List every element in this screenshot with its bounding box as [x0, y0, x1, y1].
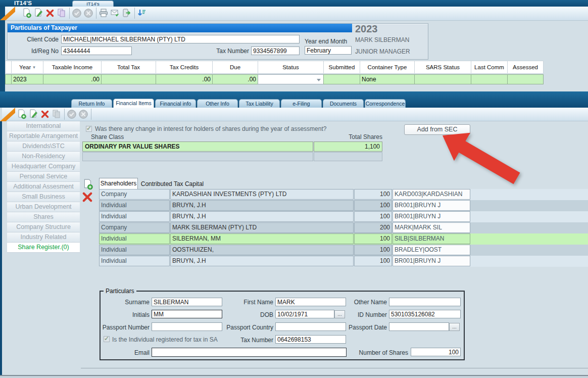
dropdown-chevron-icon[interactable] — [317, 79, 321, 81]
sidebar-item-dividends-stc[interactable]: Dividends\STC — [7, 141, 80, 152]
tab-financial-items[interactable]: Financial Items — [113, 99, 154, 108]
grid-cell-tax-credits[interactable]: .00 — [156, 74, 213, 84]
grid-header-last-comm[interactable]: Last Comm — [471, 61, 508, 74]
edit-record-button[interactable] — [33, 8, 43, 18]
grid-header-due[interactable]: Due — [212, 61, 258, 74]
sidebar-item-headquarter-company[interactable]: Headquarter Company — [7, 162, 80, 172]
inner-tab-contributed-tax-capital[interactable]: Contributed Tax Capital — [139, 179, 205, 189]
sidebar-item-reportable-arrangement[interactable]: Reportable Arrangement — [7, 131, 80, 141]
sidebar-item-industry-related[interactable]: Industry Related — [7, 232, 80, 243]
grid-cell-status-dropdown[interactable] — [258, 74, 324, 84]
number-of-shares-field[interactable] — [411, 348, 461, 356]
add-from-sec-button[interactable]: Add from SEC — [404, 124, 470, 135]
passport-date-field[interactable] — [389, 322, 449, 331]
individual-tax-number-field[interactable] — [275, 335, 346, 344]
tab-e-filing[interactable]: e-Filing — [281, 99, 322, 108]
sidebar-item-share-register[interactable]: Share Register.(0) — [7, 243, 80, 253]
confirm-button[interactable] — [67, 109, 77, 119]
sidebar-item-urban-development[interactable]: Urban Development — [7, 202, 80, 212]
edit-record-button[interactable] — [28, 109, 38, 119]
grid-cell-sars-status[interactable] — [414, 74, 471, 84]
grid-header-assessed[interactable]: Assessed — [507, 61, 544, 74]
shareholder-row[interactable]: Individual BRUYN, J.H 100 BR001|BRUYN J — [99, 200, 588, 211]
passport-date-picker-button[interactable]: ... — [449, 323, 460, 331]
change-question-checkbox[interactable] — [86, 126, 92, 132]
sort-download-button[interactable] — [137, 8, 147, 18]
grid-cell-year[interactable]: 2023 — [11, 74, 43, 84]
sidebar-item-small-business[interactable]: Small Business — [7, 192, 80, 202]
grid-cell-submitted[interactable] — [323, 74, 360, 84]
share-class-empty-row[interactable] — [314, 152, 382, 161]
shareholder-row[interactable]: Individual BRUYN, J.H 100 BR001|BRUYN J — [99, 211, 588, 222]
shareholder-row-selected[interactable]: Individual SILBERMAN, MM 100 SILB|SILBER… — [99, 233, 588, 245]
confirm-button[interactable] — [72, 8, 82, 18]
grid-header-sars-status[interactable]: SARS Status — [414, 61, 471, 74]
grid-header-submitted[interactable]: Submitted — [323, 61, 360, 74]
shareholder-row[interactable]: Company MARK SILBERMAN (PTY) LTD 200 MAR… — [99, 222, 588, 233]
new-record-button[interactable] — [22, 8, 32, 18]
other-name-field[interactable] — [389, 298, 461, 306]
copy-record-button-disabled[interactable] — [52, 109, 62, 119]
copy-record-button[interactable] — [57, 8, 67, 18]
inner-tab-shareholders[interactable]: Shareholders — [99, 178, 138, 189]
passport-number-field[interactable] — [152, 322, 222, 331]
cancel-button[interactable] — [78, 109, 88, 119]
registered-for-tax-checkbox[interactable] — [104, 336, 110, 342]
shareholder-row[interactable]: Company KARDASHIAN INVESTMENTS (PTY) LTD… — [99, 189, 588, 200]
window1-tab-it14s[interactable]: IT14's — [72, 1, 114, 7]
grid-cell-taxable-income[interactable]: .00 — [43, 74, 102, 84]
year-filter-icon[interactable]: ▾ — [33, 61, 35, 74]
grid-header-status[interactable]: Status — [258, 61, 324, 74]
grid-cell-due[interactable]: .00 — [212, 74, 258, 84]
shareholder-row[interactable]: Individual OOSTHUIZEN, 100 BRADLEY|OOST — [99, 245, 588, 256]
share-class-total-cell[interactable]: 1,100 — [314, 141, 382, 152]
tab-documents[interactable]: Documents — [323, 99, 364, 108]
tax-number-field[interactable] — [251, 46, 300, 55]
send-mail-button[interactable] — [110, 8, 120, 18]
passport-country-field[interactable] — [275, 322, 346, 331]
share-class-name-cell[interactable]: ORDINARY PAR VALUE SHARES — [82, 141, 313, 152]
shareholder-row[interactable]: Individual BRUYN, J.H 100 BR001|BRUYN J — [99, 256, 588, 267]
print-button[interactable] — [99, 8, 109, 18]
client-code-field[interactable] — [61, 35, 300, 43]
sidebar-item-shares[interactable]: Shares — [7, 212, 80, 222]
surname-field[interactable] — [152, 298, 222, 306]
grid-cell-last-comm[interactable] — [471, 74, 508, 84]
export-button[interactable] — [122, 8, 132, 18]
tab-return-info[interactable]: Return Info — [71, 99, 112, 108]
grid-cell-container-type[interactable]: None — [360, 74, 415, 84]
toolbar-separator — [134, 8, 135, 19]
delete-shareholder-button[interactable] — [81, 191, 91, 201]
add-shareholder-button[interactable] — [82, 179, 92, 189]
sidebar-item-international[interactable]: International — [7, 121, 80, 131]
grid-cell-total-tax[interactable] — [101, 74, 156, 84]
delete-record-button[interactable] — [40, 109, 50, 119]
share-class-empty-row[interactable] — [82, 152, 313, 161]
grid-header-year[interactable]: Year▾ — [11, 61, 43, 74]
grid-cell-assessed[interactable] — [507, 74, 544, 84]
tab-correspondence[interactable]: Correspondence — [365, 99, 406, 108]
tab-other-info[interactable]: Other Info — [197, 99, 238, 108]
initials-field[interactable] — [152, 310, 222, 318]
id-reg-field[interactable] — [61, 46, 132, 55]
dob-field[interactable] — [275, 310, 334, 318]
sidebar-item-non-residency[interactable]: Non-Residency — [7, 152, 80, 162]
new-record-button[interactable] — [17, 109, 27, 119]
sidebar-item-company-structure[interactable]: Company Structure — [7, 222, 80, 232]
year-end-month-field[interactable] — [305, 46, 352, 55]
sidebar-item-additional-assesment[interactable]: Additional Assesment — [7, 182, 80, 192]
grid-header-tax-credits[interactable]: Tax Credits — [156, 61, 213, 74]
tab-financial-info[interactable]: Financial info — [155, 99, 196, 108]
sidebar-item-personal-service[interactable]: Personal Service — [7, 172, 80, 182]
id-number-field[interactable] — [389, 310, 461, 318]
grid-header-taxable-income[interactable]: Taxable Income — [43, 61, 102, 74]
email-field[interactable] — [152, 348, 347, 357]
grid-header-total-tax[interactable]: Total Tax — [101, 61, 156, 74]
first-name-field[interactable] — [275, 298, 346, 306]
tab-tax-liability[interactable]: Tax Liability — [239, 99, 280, 108]
dob-label: DOB — [228, 311, 273, 318]
delete-record-button[interactable] — [45, 8, 55, 18]
cancel-button[interactable] — [83, 8, 93, 18]
grid-header-container-type[interactable]: Container Type — [360, 61, 415, 74]
share-class-label: Share Class — [91, 133, 124, 140]
